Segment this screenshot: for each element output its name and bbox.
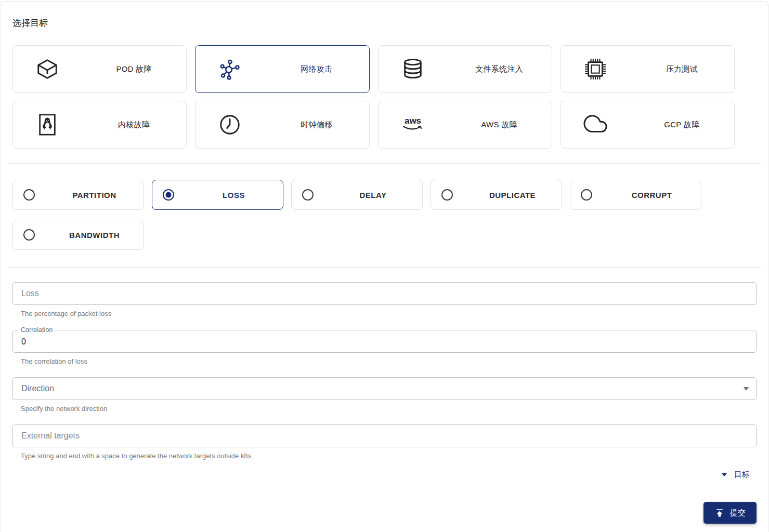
direction-select[interactable]: Direction xyxy=(12,377,757,400)
action-chip-label: DELAY xyxy=(324,191,422,200)
target-card-label: 压力测试 xyxy=(630,64,734,74)
target-card-label: 网络攻击 xyxy=(264,64,369,74)
action-chip-bandwidth[interactable]: BANDWIDTH xyxy=(12,220,144,250)
action-chip-label: LOSS xyxy=(185,191,283,200)
action-chip-duplicate[interactable]: DUPLICATE xyxy=(431,180,562,210)
action-chip-partition[interactable]: PARTITION xyxy=(12,180,144,210)
target-card-stress[interactable]: 压力测试 xyxy=(561,45,735,93)
action-chip-delay[interactable]: DELAY xyxy=(291,180,423,210)
target-card-filesystem[interactable]: 文件系统注入 xyxy=(378,45,552,93)
scope-accordion-toggle[interactable]: 目标 xyxy=(722,469,750,481)
filesystem-icon xyxy=(379,57,447,81)
radio-icon xyxy=(302,189,314,201)
external-targets-helper: Type string and end with a space to gene… xyxy=(21,452,757,460)
target-card-label: 时钟偏移 xyxy=(264,120,369,130)
chevron-down-icon xyxy=(744,387,749,391)
loss-helper: The percentage of packet loss xyxy=(21,310,757,317)
pod-cube-icon xyxy=(13,57,82,81)
target-card-label: 内核故障 xyxy=(82,120,186,130)
target-card-label: POD 故障 xyxy=(82,64,186,74)
publish-icon xyxy=(714,508,725,518)
action-chip-label: DUPLICATE xyxy=(463,191,562,200)
radio-checked-icon xyxy=(163,189,174,201)
external-targets-input[interactable] xyxy=(12,424,757,447)
target-card-pod[interactable]: POD 故障 xyxy=(12,45,187,93)
action-chip-loss[interactable]: LOSS xyxy=(152,180,283,210)
correlation-label: Correlation xyxy=(18,326,55,334)
correlation-input[interactable] xyxy=(12,330,757,353)
target-card-aws[interactable]: aws AWS 故障 xyxy=(378,101,552,149)
loss-input[interactable] xyxy=(12,282,757,305)
radio-icon xyxy=(23,189,35,201)
svg-text:aws: aws xyxy=(404,116,421,126)
direction-helper: Specify the network direction xyxy=(21,405,757,413)
arrow-drop-down-icon xyxy=(722,473,727,476)
target-card-label: GCP 故障 xyxy=(630,120,734,130)
correlation-field: Correlation xyxy=(12,330,757,353)
aws-icon: aws xyxy=(379,116,447,134)
radio-icon xyxy=(23,229,35,241)
network-icon xyxy=(195,57,264,81)
clock-icon xyxy=(195,113,264,137)
correlation-helper: The correlation of loss xyxy=(21,357,757,365)
submit-row: 提交 xyxy=(12,502,757,524)
target-card-label: 文件系统注入 xyxy=(447,64,552,74)
cloud-icon xyxy=(561,113,630,137)
submit-button[interactable]: 提交 xyxy=(703,502,757,524)
network-action-grid: PARTITION LOSS DELAY DUPLICATE CORRUPT B… xyxy=(12,180,757,250)
submit-button-label: 提交 xyxy=(730,508,746,518)
scope-row: 目标 xyxy=(12,469,757,481)
new-experiment-panel: 选择目标 POD 故障 xyxy=(1,1,768,532)
divider xyxy=(8,267,761,268)
target-card-kernel[interactable]: 内核故障 xyxy=(12,101,187,149)
divider xyxy=(8,163,761,164)
target-card-network[interactable]: 网络攻击 xyxy=(195,45,369,93)
target-card-label: AWS 故障 xyxy=(447,120,552,130)
action-chip-label: CORRUPT xyxy=(603,191,701,200)
radio-icon xyxy=(441,189,453,201)
action-chip-corrupt[interactable]: CORRUPT xyxy=(570,180,701,210)
scope-toggle-label: 目标 xyxy=(734,470,750,480)
target-kind-grid: POD 故障 网络攻击 xyxy=(12,45,735,149)
action-chip-label: BANDWIDTH xyxy=(45,231,144,240)
cpu-icon xyxy=(561,57,630,81)
action-chip-label: PARTITION xyxy=(45,191,144,200)
target-card-gcp[interactable]: GCP 故障 xyxy=(561,101,735,149)
target-card-clock[interactable]: 时钟偏移 xyxy=(195,101,369,149)
radio-icon xyxy=(581,189,592,201)
linux-icon xyxy=(13,113,82,137)
direction-select-value: Direction xyxy=(21,384,54,393)
page-title: 选择目标 xyxy=(12,17,757,29)
loss-form: The percentage of packet loss Correlatio… xyxy=(12,282,757,460)
